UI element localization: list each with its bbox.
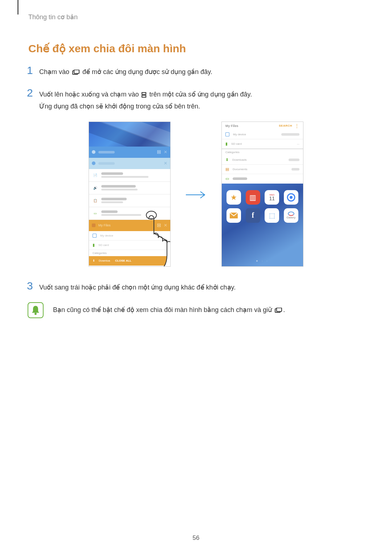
phone-mock-right: My Files SEARCH ⋮ My device ▮SD card— Ca… [221, 122, 303, 267]
search-button: SEARCH [279, 124, 292, 127]
text-fragment: Ứng dụng đã chọn sẽ khởi động trong cửa … [39, 103, 200, 110]
device-icon [93, 234, 97, 238]
phone-mock-left: ✕ ✕ 📄 🔊 📋 ▭ My Files ✕ My device ▮SD car… [89, 122, 171, 267]
app-icon-finder: ⬚ [265, 208, 279, 223]
page-number: 56 [0, 534, 392, 542]
app-icon-calendar: WED11 [265, 190, 279, 205]
card-header-internet: ✕ [89, 147, 170, 158]
step-number: 2 [27, 87, 39, 98]
app-title: My Files [98, 223, 111, 227]
split-view-icon [157, 150, 161, 154]
section-heading: Chế độ xem chia đôi màn hình [28, 42, 365, 55]
text-fragment: Vuốt lên hoặc xuống và chạm vào [39, 91, 140, 98]
svg-rect-4 [158, 151, 160, 152]
svg-point-11 [290, 196, 293, 199]
arrow-right-icon [185, 185, 207, 203]
step-text: Vuốt lên hoặc xuống và chạm vào trên một… [39, 88, 252, 112]
svg-rect-5 [158, 152, 160, 153]
download-icon: ⬇ [93, 259, 95, 262]
label: SD card [231, 142, 293, 145]
recent-apps-icon [72, 67, 79, 79]
app-icon-facebook: f [246, 208, 260, 223]
app-grid: ★ ▥ WED11 f ⬚ Galaxy [226, 190, 299, 223]
text-fragment: Bạn cũng có thể bật chế độ xem chia đôi … [53, 306, 274, 313]
app-icon-chrome [284, 190, 298, 205]
label: SD card [98, 243, 109, 247]
label: Downloa [99, 259, 110, 262]
app-icon-email [226, 208, 241, 223]
settings-item-icon: 📄 [93, 173, 98, 178]
folder-icon [92, 223, 95, 227]
step-text: Vuốt sang trái hoặc phải để chọn một ứng… [39, 281, 236, 293]
step-2: 2 Vuốt lên hoặc xuống và chạm vào trên m… [27, 88, 365, 112]
svg-rect-15 [277, 308, 282, 311]
step-1: 1 Chạm vào để mở các ứng dụng được sử dụ… [27, 66, 365, 79]
image-icon: ▭ [225, 176, 229, 181]
app-icon-gallery: ★ [226, 190, 241, 205]
settings-item-icon: 🔊 [93, 185, 98, 190]
label: Documents [233, 168, 288, 171]
more-icon: ⋮ [294, 123, 299, 128]
label: My device [100, 234, 113, 237]
document-icon: ▤ [225, 167, 229, 172]
illustration: ✕ ✕ 📄 🔊 📋 ▭ My Files ✕ My device ▮SD car… [27, 122, 365, 267]
recent-apps-icon [275, 307, 282, 315]
svg-rect-1 [74, 70, 79, 74]
svg-rect-2 [142, 93, 146, 94]
app-title: My Files [225, 124, 238, 128]
step-3: 3 Vuốt sang trái hoặc phải để chọn một ứ… [27, 281, 365, 293]
download-icon: ⬇ [225, 157, 229, 162]
app-icon-notes: ▥ [246, 190, 260, 205]
device-icon [225, 132, 229, 136]
text-fragment: trên một cửa sổ ứng dụng gần đây. [149, 91, 252, 98]
settings-item-icon: 📋 [93, 198, 98, 203]
sdcard-icon: ▮ [225, 141, 228, 146]
breadcrumb: Thông tin cơ bản [28, 13, 365, 21]
card-header-settings: ✕ [89, 158, 170, 169]
label: My device [233, 133, 278, 136]
tip-note: Bạn cũng có thể bật chế độ xem chia đôi … [28, 302, 365, 318]
app-icon-galaxy: Galaxy [284, 208, 298, 223]
label: Downloads [232, 158, 285, 161]
text-fragment: . [283, 306, 285, 313]
close-all-button: CLOSE ALL [115, 259, 131, 262]
step-number: 3 [27, 280, 39, 291]
step-number: 1 [27, 65, 39, 76]
close-icon: ✕ [164, 149, 167, 155]
hand-pointer-icon [138, 208, 171, 267]
tip-bell-icon [28, 302, 44, 318]
split-view-icon [142, 90, 146, 101]
step-text: Chạm vào để mở các ứng dụng được sử dụng… [39, 66, 212, 79]
tip-text: Bạn cũng có thể bật chế độ xem chia đôi … [53, 306, 285, 315]
text-fragment: Chạm vào [39, 68, 71, 75]
svg-rect-3 [142, 95, 146, 97]
page-indicator: ● · · [226, 255, 299, 263]
text-fragment: để mở các ứng dụng được sử dụng gần đây. [82, 68, 212, 75]
svg-point-13 [34, 313, 37, 315]
close-icon: ✕ [164, 161, 167, 166]
sdcard-icon: ▮ [93, 243, 95, 247]
category-header: Categories [222, 149, 303, 155]
settings-item-icon: ▭ [93, 211, 98, 216]
